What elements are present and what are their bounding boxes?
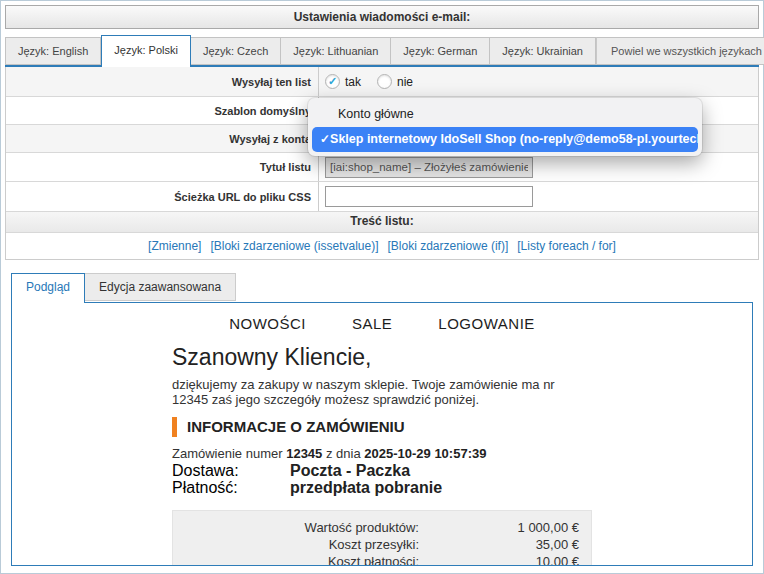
email-nav: NOWOŚCI SALE LOGOWANIE [12,315,752,332]
email-greeting: Szanowny Kliencie, [172,344,592,371]
order-totals-box: Wartość produktów: 1 000,00 € Koszt prze… [172,510,592,566]
payment-value: przedpłata pobranie [290,479,442,496]
checkmark-icon: ✓ [320,127,330,152]
editor-tabstrip: Podgląd Edycja zaawansowana [11,273,236,303]
send-letter-label: Wysyłaj ten list [6,67,319,96]
order-line-middle: z dnia [326,446,361,461]
template-helper-links: [Zmienne] [Bloki zdarzeniowe (issetvalue… [6,233,758,259]
foreach-lists-link[interactable]: [Listy foreach / for] [517,239,616,253]
event-blocks-issetvalue-link[interactable]: [Bloki zdarzeniowe (issetvalue)] [210,239,378,253]
order-info-section-title: INFORMACJE O ZAMÓWIENIU [172,417,592,437]
send-yes-label: tak [345,75,361,89]
delivery-row: Dostawa: Poczta - Paczka [172,462,592,479]
order-line-prefix: Zamówienie numer [172,446,283,461]
letter-content-header: Treść listu: [6,212,758,233]
dropdown-option-shop-account[interactable]: ✓ Sklep internetowy IdoSell Shop (no-rep… [312,127,698,152]
tab-advanced-edit[interactable]: Edycja zaawansowana [85,273,236,301]
order-number-line: Zamówienie numer 12345 z dnia 2025-10-29… [172,445,592,462]
language-tabstrip: Język: English Język: Polski Język: Czec… [5,37,759,67]
payment-cost-amount: 10,00 € [419,553,579,566]
send-from-account-label: Wysyłaj z konta [6,125,319,152]
shipping-cost-label: Koszt przesyłki: [185,536,419,553]
duplicate-all-languages-button[interactable]: Powiel we wszystkich językach [597,37,764,65]
products-value-amount: 1 000,00 € [419,519,579,536]
email-nav-sale: SALE [352,315,392,332]
tab-language-polski[interactable]: Język: Polski [101,35,191,67]
radio-unchecked-icon [377,74,392,89]
css-url-input[interactable] [325,186,533,207]
tab-preview[interactable]: Podgląd [11,273,85,303]
shipping-cost-amount: 35,00 € [419,536,579,553]
order-date: 2025-10-29 10:57:39 [364,446,486,461]
default-template-label: Szablon domyślny [6,97,319,124]
email-nav-logowanie: LOGOWANIE [438,315,534,332]
email-settings-page: Ustawienia wiadomości e-mail: Język: Eng… [0,0,764,574]
send-yes-radio[interactable]: ✓ tak [325,74,361,89]
send-letter-row: Wysyłaj ten list ✓ tak nie [6,67,758,97]
dropdown-option-shop-account-label: Sklep internetowy IdoSell Shop (no-reply… [330,127,698,152]
tab-language-english[interactable]: Język: English [5,37,101,65]
payment-row: Płatność: przedpłata pobranie [172,479,592,496]
letter-title-row: Tytuł listu [6,153,758,182]
delivery-label: Dostawa: [172,462,290,479]
css-url-row: Ścieżka URL do pliku CSS [6,182,758,212]
delivery-value: Poczta - Paczka [290,462,410,479]
radio-checked-icon: ✓ [325,74,340,89]
letter-title-label: Tytuł listu [6,153,319,181]
event-blocks-if-link[interactable]: [Bloki zdarzeniowe (if)] [388,239,509,253]
tab-language-czech[interactable]: Język: Czech [191,37,281,65]
email-preview-pane: NOWOŚCI SALE LOGOWANIE Szanowny Kliencie… [11,302,753,566]
products-value-label: Wartość produktów: [185,519,419,536]
payment-label: Płatność: [172,479,290,496]
send-no-label: nie [397,75,413,89]
css-url-label: Ścieżka URL do pliku CSS [6,182,319,211]
email-nav-nowosci: NOWOŚCI [229,315,306,332]
variables-link[interactable]: [Zmienne] [148,239,201,253]
products-value-row: Wartość produktów: 1 000,00 € [185,519,579,536]
payment-cost-row: Koszt płatności: 10,00 € [185,553,579,566]
email-intro-text: dziękujemy za zakupy w naszym sklepie. T… [172,377,592,407]
tab-language-german[interactable]: Język: German [391,37,490,65]
shipping-cost-row: Koszt przesyłki: 35,00 € [185,536,579,553]
email-settings-form: Wysyłaj ten list ✓ tak nie Szablon domyś… [5,67,759,260]
account-dropdown-popup: Konto główne ✓ Sklep internetowy IdoSell… [308,98,702,156]
page-title: Ustawienia wiadomości e-mail: [5,5,759,29]
tab-language-ukrainian[interactable]: Język: Ukrainian [490,37,596,65]
payment-cost-label: Koszt płatności: [185,553,419,566]
letter-title-input[interactable] [325,157,533,178]
send-no-radio[interactable]: nie [377,74,413,89]
tab-language-lithuanian[interactable]: Język: Lithuanian [281,37,391,65]
order-number: 12345 [286,446,322,461]
dropdown-option-main-account[interactable]: Konto główne [312,102,698,127]
